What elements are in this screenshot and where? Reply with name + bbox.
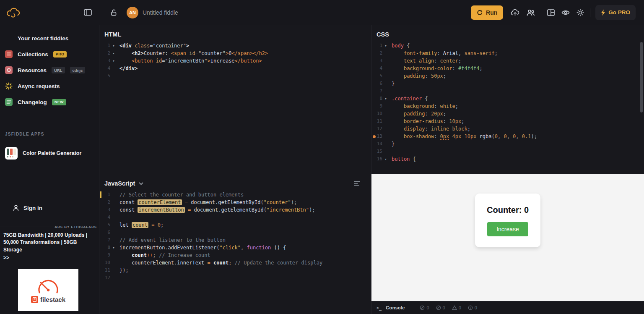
code-line[interactable]: 1▾body { [371, 42, 644, 50]
sidebar-toggle-button[interactable] [84, 9, 92, 16]
code-line[interactable]: 10 counterElement.innerText = count; // … [99, 259, 371, 267]
gutter: 8▾ [371, 95, 392, 102]
console-label[interactable]: Console [386, 305, 405, 310]
code-line[interactable]: 6 [99, 229, 371, 236]
save-button[interactable] [511, 9, 519, 16]
code-line[interactable]: 3const incrementButton = document.getEle… [99, 206, 371, 214]
run-button[interactable]: Run [471, 5, 503, 20]
ad-image[interactable]: filestack [18, 269, 78, 311]
tidy-code-button[interactable] [354, 181, 360, 186]
fiddle-title[interactable]: Untitled fiddle [143, 9, 178, 16]
gutter: 2 [371, 50, 392, 57]
code-line[interactable]: 4 [99, 214, 371, 221]
fold-arrow-icon[interactable]: ▾ [382, 155, 389, 163]
sidebar-item-color-palette-generator[interactable]: Color Palette Generator [0, 143, 99, 163]
sidebar-item-resources[interactable]: Resources URL cdnjs [0, 62, 99, 78]
url-tag: URL [52, 67, 65, 73]
js-language-dropdown[interactable] [139, 182, 143, 185]
line-number: 11 [99, 267, 110, 274]
code-line[interactable]: 13 box-shadow: 0px 4px 10px rgba(0, 0, 0… [371, 133, 644, 140]
code-line[interactable]: 7// Add event listener to the button [99, 236, 371, 244]
code-line[interactable]: 12 [99, 274, 371, 282]
ad-text[interactable]: 75GB Bandwidth | 20,000 Uploads | 50,000… [3, 232, 96, 254]
code-line[interactable]: 2▾ <h2>Counter: <span id="counter">0</sp… [99, 50, 371, 57]
code-line[interactable]: 8▾incrementButton.addEventListener("clic… [99, 244, 371, 251]
code-text: <button id="incrementBtn">Increase</butt… [119, 57, 262, 65]
jsfiddle-logo[interactable] [5, 7, 22, 18]
console-warning-count[interactable]: 0 [452, 305, 461, 310]
sidebar-item-collections[interactable]: Collections PRO [0, 46, 99, 62]
code-line[interactable]: 12 display: inline-block; [371, 125, 644, 133]
fold-arrow-icon[interactable]: ▾ [110, 57, 117, 65]
line-number: 14 [371, 140, 382, 148]
avatar[interactable]: AN [127, 7, 138, 18]
preview-button[interactable] [561, 10, 570, 16]
css-scrollbar[interactable] [640, 42, 643, 113]
code-text: box-shadow: 0px 4px 10px rgba(0, 0, 0, 0… [392, 133, 537, 140]
code-line[interactable]: 4</div> [99, 65, 371, 72]
fold-arrow-icon[interactable]: ▾ [110, 50, 117, 57]
gutter: 12 [371, 125, 392, 133]
line-number: 4 [371, 65, 382, 72]
code-line[interactable]: 5 [99, 72, 371, 80]
code-line[interactable]: 6} [371, 80, 644, 87]
code-text: const incrementButton = document.getElem… [119, 206, 315, 214]
console-error-count[interactable]: 0 [420, 305, 429, 310]
collaborate-button[interactable] [526, 9, 535, 16]
go-pro-button[interactable]: Go PRO [595, 5, 636, 20]
code-line[interactable]: 4 background-color: #f4f4f4; [371, 65, 644, 72]
css-editor[interactable]: 1▾body {2 font-family: Arial, sans-serif… [371, 42, 644, 163]
code-text: font-family: Arial, sans-serif; [392, 50, 498, 57]
code-line[interactable]: 11 border-radius: 10px; [371, 118, 644, 125]
fold-arrow-icon[interactable]: ▾ [382, 95, 389, 102]
layout-button[interactable] [547, 9, 555, 16]
gutter: 12 [99, 274, 119, 282]
sign-in-button[interactable]: Sign in [0, 201, 42, 214]
ad-link[interactable]: 75GB Bandwidth | 20,000 Uploads | 50,000… [3, 232, 96, 261]
line-number: 2 [99, 50, 110, 57]
fold-arrow-icon[interactable]: ▾ [110, 42, 117, 50]
code-line[interactable]: 9 background: white; [371, 102, 644, 110]
gutter: 4 [371, 65, 392, 72]
console-blocked-count[interactable]: 0 [436, 305, 445, 310]
code-line[interactable]: 15 [371, 148, 644, 155]
sidebar-item-changelog[interactable]: Changelog NEW [0, 94, 99, 110]
js-editor[interactable]: 1// Select the counter and button elemen… [99, 191, 371, 282]
sidebar-item-async-requests[interactable]: Async requests [0, 78, 99, 94]
code-line[interactable]: 3 text-align: center; [371, 57, 644, 65]
info-circle-icon [468, 305, 473, 310]
code-line[interactable]: 1// Select the counter and button elemen… [99, 191, 371, 199]
code-line[interactable]: 5let count = 0; [99, 221, 371, 229]
cdnjs-tag: cdnjs [70, 67, 86, 73]
chevron-down-icon [139, 182, 143, 185]
code-line[interactable]: 5 padding: 50px; [371, 72, 644, 80]
code-line[interactable]: 2const counterElement = document.getElem… [99, 199, 371, 206]
code-line[interactable]: 11}); [99, 267, 371, 274]
code-line[interactable]: 7 [371, 87, 644, 95]
line-number: 1 [371, 42, 382, 50]
fold-arrow-icon[interactable]: ▾ [382, 42, 389, 50]
ad-more-link[interactable]: >> [3, 255, 96, 261]
console-info-count[interactable]: 0 [468, 305, 477, 310]
code-line[interactable]: 2 font-family: Arial, sans-serif; [371, 50, 644, 57]
gutter: 7 [371, 87, 392, 95]
line-number: 16 [371, 155, 382, 163]
line-number: 1 [99, 42, 110, 50]
code-line[interactable]: 14} [371, 140, 644, 148]
console-bar[interactable]: >_ Console 0 0 0 0 [371, 301, 644, 314]
code-line[interactable]: 16▾button { [371, 155, 644, 163]
ads-by-label: ADS BY ETHICALADS [55, 225, 97, 229]
increase-button[interactable]: Increase [487, 222, 528, 236]
theme-button[interactable] [576, 9, 584, 16]
code-line[interactable]: 10 padding: 20px; [371, 110, 644, 118]
code-line[interactable]: 1▾<div class="container"> [99, 42, 371, 50]
code-line[interactable]: 8▾.container { [371, 95, 644, 102]
code-line[interactable]: 3▾ <button id="incrementBtn">Increase</b… [99, 57, 371, 65]
privacy-lock-button[interactable] [110, 9, 117, 16]
lightning-icon [601, 9, 605, 16]
sidebar-item-recent-fiddles[interactable]: Your recent fiddles [0, 30, 99, 46]
code-text: text-align: center; [392, 57, 461, 65]
code-line[interactable]: 9 count++; // Increase count [99, 251, 371, 259]
fold-arrow-icon[interactable]: ▾ [110, 244, 117, 251]
html-editor[interactable]: 1▾<div class="container">2▾ <h2>Counter:… [99, 42, 371, 80]
